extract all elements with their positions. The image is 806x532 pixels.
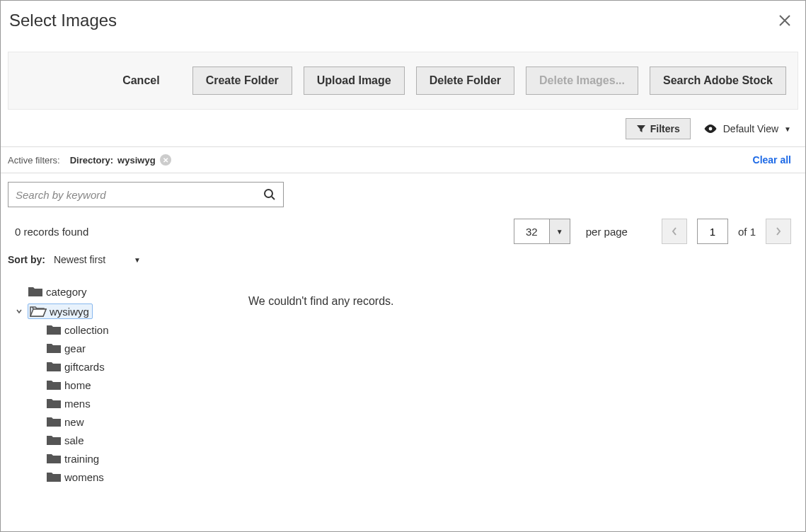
per-page-value: 32 [514, 219, 549, 244]
pager-group: 32 ▼ per page of 1 [514, 219, 791, 244]
filter-tag-value: wysiwyg [117, 155, 155, 166]
sort-select[interactable]: Newest first ▼ [51, 253, 144, 267]
next-page-button [766, 219, 791, 244]
search-row [1, 173, 805, 210]
tree-item-collection[interactable]: collection [8, 322, 234, 337]
folder-label: training [64, 453, 99, 465]
folder-icon [46, 415, 62, 428]
folder-label: mens [64, 398, 91, 410]
search-input[interactable] [16, 189, 263, 201]
folder-label: wysiwyg [50, 306, 89, 318]
per-page-select[interactable]: 32 ▼ [514, 219, 570, 244]
view-controls-row: Filters Default View ▼ [1, 110, 805, 146]
per-page-label: per page [586, 226, 628, 238]
chevron-down-icon: ▼ [134, 256, 141, 264]
clear-all-filters[interactable]: Clear all [753, 154, 791, 166]
folder-label: category [46, 286, 87, 298]
delete-folder-button[interactable]: Delete Folder [416, 66, 514, 95]
upload-image-button[interactable]: Upload Image [304, 66, 405, 95]
svg-point-1 [265, 190, 272, 197]
page-total: of 1 [738, 226, 756, 238]
filters-button[interactable]: Filters [626, 118, 691, 139]
tree-item-category[interactable]: category [8, 284, 234, 299]
records-row: 0 records found 32 ▼ per page of 1 [1, 210, 805, 248]
default-view-label: Default View [723, 123, 778, 134]
folder-label: new [64, 416, 84, 428]
chevron-down-icon: ▼ [784, 125, 791, 133]
folder-icon [46, 470, 62, 483]
sort-label: Sort by: [8, 254, 45, 265]
sort-row: Sort by: Newest first ▼ [1, 248, 805, 271]
empty-results-message: We couldn't find any records. [248, 295, 798, 308]
sort-value: Newest first [54, 254, 105, 265]
per-page-caret[interactable]: ▼ [549, 219, 570, 244]
folder-open-icon [30, 305, 47, 318]
records-count: 0 records found [15, 226, 88, 238]
svg-point-0 [708, 127, 712, 131]
main-area: category wysiwyg [1, 271, 805, 487]
tree-item-new[interactable]: new [8, 414, 234, 429]
folder-icon [46, 360, 62, 373]
folder-icon [46, 342, 62, 354]
folder-icon [46, 323, 62, 336]
folder-icon [46, 434, 62, 446]
tree-item-giftcards[interactable]: giftcards [8, 359, 234, 374]
select-images-modal: Select Images Cancel Create Folder Uploa… [0, 0, 806, 532]
tree-item-womens[interactable]: womens [8, 469, 234, 485]
cancel-button[interactable]: Cancel [110, 67, 172, 94]
tree-item-wysiwyg[interactable]: wysiwyg [8, 302, 234, 320]
results-area: We couldn't find any records. [248, 278, 798, 487]
folder-icon [46, 397, 62, 410]
folder-label: home [64, 379, 91, 391]
folder-label: giftcards [64, 361, 105, 373]
active-filters-label: Active filters: [8, 155, 60, 166]
active-filters-bar: Active filters: Directory: wysiwyg ✕ Cle… [1, 146, 805, 173]
folder-label: gear [64, 342, 86, 354]
chevron-right-icon [775, 226, 782, 236]
folder-label: womens [64, 471, 104, 483]
chevron-down-icon [16, 308, 23, 315]
folder-icon [46, 452, 62, 465]
funnel-icon [636, 124, 646, 134]
search-icon[interactable] [263, 188, 276, 201]
action-toolbar: Cancel Create Folder Upload Image Delete… [8, 52, 798, 110]
search-adobe-stock-button[interactable]: Search Adobe Stock [650, 66, 786, 95]
eye-icon [703, 124, 718, 134]
prev-page-button [662, 219, 687, 244]
folder-icon [28, 285, 43, 298]
default-view-dropdown[interactable]: Default View ▼ [703, 123, 791, 134]
delete-images-button: Delete Images... [526, 66, 638, 95]
folder-icon [46, 378, 62, 391]
tree-item-home[interactable]: home [8, 377, 234, 393]
filter-tag-key: Directory: [70, 155, 113, 166]
active-filter-tag: Directory: wysiwyg ✕ [70, 154, 171, 166]
folder-tree: category wysiwyg [8, 278, 234, 487]
search-field[interactable] [8, 182, 284, 207]
close-icon [777, 13, 793, 28]
chevron-left-icon [671, 226, 678, 236]
create-folder-button[interactable]: Create Folder [192, 66, 292, 95]
tree-item-gear[interactable]: gear [8, 340, 234, 356]
modal-header: Select Images [1, 1, 805, 37]
close-button[interactable] [777, 13, 793, 28]
tree-item-training[interactable]: training [8, 451, 234, 466]
modal-title: Select Images [9, 11, 117, 30]
filter-tag-remove[interactable]: ✕ [160, 154, 171, 166]
folder-label: collection [64, 324, 109, 336]
tree-item-sale[interactable]: sale [8, 432, 234, 448]
tree-item-mens[interactable]: mens [8, 395, 234, 411]
filters-button-label: Filters [650, 123, 680, 134]
folder-label: sale [64, 434, 84, 446]
tree-toggle[interactable] [13, 308, 25, 315]
page-input[interactable] [697, 219, 728, 244]
